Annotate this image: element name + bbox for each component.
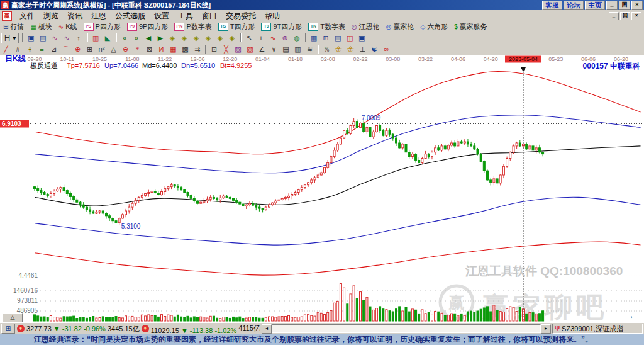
vertical-band-icon[interactable]: ▥	[292, 45, 303, 54]
menu-item-窗口[interactable]: 窗口	[197, 11, 221, 20]
cycle-circles-icon[interactable]: ◍	[292, 33, 303, 43]
forum-button[interactable]: 论坛	[564, 1, 584, 10]
calculator-icon[interactable]: ⊞	[321, 33, 331, 43]
gann-wheel-button[interactable]: ◎江恩轮	[348, 22, 383, 31]
wave-lines-icon[interactable]: ≋	[304, 45, 315, 54]
gann-box-icon[interactable]: ▨	[233, 45, 243, 54]
9p-square-button[interactable]: P99P四方形	[124, 22, 171, 31]
restore-button[interactable]: 回	[619, 1, 630, 10]
info-list-icon[interactable]: ▤	[38, 33, 48, 43]
winner-wheel-button[interactable]: ◎赢家轮	[383, 22, 418, 31]
t-square-tool-icon[interactable]: Ŧ	[25, 45, 35, 54]
time-grid-icon[interactable]: ▩	[180, 45, 191, 54]
horizontal-band-icon[interactable]: ▤	[280, 45, 291, 54]
gann-grid-icon[interactable]: ⊞	[84, 45, 95, 54]
horizontal-scrollbar[interactable]: ◂ ▸	[262, 324, 551, 333]
menu-item-交易委托[interactable]: 交易委托	[221, 11, 260, 20]
arrow-extend-icon[interactable]: ⇉	[192, 45, 203, 54]
shift-right-icon[interactable]: ◈	[179, 33, 190, 43]
shift-left-icon[interactable]: ◈	[167, 33, 178, 43]
menu-item-设置[interactable]: 设置	[150, 11, 174, 20]
shaded-gann-icon[interactable]: ▧	[245, 45, 255, 54]
shenzhen-index-quote[interactable]: 11029.15 ▼ -113.38 -1.02% 4115亿	[151, 324, 260, 334]
hexagon-button[interactable]: ◇六角形	[418, 22, 452, 31]
data-export-icon[interactable]: ▣	[357, 33, 367, 43]
shanghai-index-quote[interactable]: 3277.73 ▼ -31.82 -0.96% 3445.15亿	[26, 324, 140, 334]
scroll-left-icon[interactable]: ◂	[262, 324, 272, 334]
customer-service-button[interactable]: 客服	[542, 1, 562, 10]
zoom-in-icon[interactable]: ◈	[215, 33, 226, 43]
p-square-button[interactable]: PSP四方形	[80, 22, 124, 31]
compress-icon[interactable]: ◈	[203, 33, 214, 43]
shaded-box-icon[interactable]: ⊠	[144, 45, 155, 54]
menu-item-工具[interactable]: 工具	[174, 11, 197, 20]
p-table-button[interactable]: PNP数字表	[171, 22, 214, 31]
pointer-tool-icon[interactable]: ↖	[244, 33, 255, 43]
menu-item-浏览[interactable]: 浏览	[39, 11, 63, 20]
9t-square-button[interactable]: T99T四方形	[258, 22, 305, 31]
expand-icon[interactable]: ◈	[191, 33, 202, 43]
yinyang-icon[interactable]: ☯	[369, 45, 380, 54]
first-page-icon[interactable]: «	[119, 33, 130, 43]
menu-item-江恩[interactable]: 江恩	[87, 11, 111, 20]
horizontal-lines-icon[interactable]: ≡	[36, 45, 47, 54]
prev-bar-icon[interactable]: ◀	[143, 33, 154, 43]
child-close-button[interactable]: ×	[631, 12, 641, 20]
wave-count-icon[interactable]: И	[156, 45, 167, 54]
kline-button[interactable]: ∿K线	[55, 22, 80, 31]
chart-area[interactable]: 江恩工具软件 QQ:100800360赢赢家聊吧09-2010-1110-251…	[0, 55, 644, 322]
ellipse-tool-icon[interactable]: ⊖	[120, 45, 131, 54]
t-table-button[interactable]: TNT数字表	[305, 22, 348, 31]
sector-button[interactable]: ▦板块	[27, 22, 55, 31]
t-square-button[interactable]: TST四方形	[215, 22, 258, 31]
market-quotes-button[interactable]: ⊞行情	[0, 22, 27, 31]
v-line-icon[interactable]: ∨	[269, 45, 279, 54]
angle-wedge-icon[interactable]: ⊿	[48, 45, 59, 54]
infinity-icon[interactable]: ∞	[381, 45, 392, 54]
menu-item-帮助[interactable]: 帮助	[260, 11, 284, 20]
quote-grid-icon[interactable]: ⊞	[1, 324, 15, 334]
child-restore-button[interactable]: 回	[620, 12, 630, 20]
crosshair-tool-icon[interactable]: +	[256, 33, 267, 43]
price-grid-icon[interactable]: ▦	[168, 45, 179, 54]
golden-section-icon[interactable]: 金	[333, 45, 344, 54]
scroll-right-icon[interactable]: ▸	[541, 324, 551, 334]
homepage-button[interactable]: 主页	[585, 1, 605, 10]
period-selector[interactable]: 日 ▾	[1, 33, 19, 43]
scale-adjust-icon[interactable]: ↕	[74, 33, 84, 43]
percent-tool-icon[interactable]: ％	[321, 45, 332, 54]
wave-small-icon[interactable]: ∿	[50, 33, 60, 43]
n-square-icon[interactable]: n²	[96, 45, 107, 54]
child-minimize-button[interactable]: _	[609, 12, 619, 20]
kline-chart[interactable]: 江恩工具软件 QQ:100800360赢赢家聊吧09-2010-1110-251…	[0, 55, 644, 322]
menu-item-资讯[interactable]: 资讯	[63, 11, 87, 20]
arc-tool-icon[interactable]: ⌒	[60, 45, 71, 54]
wave-large-icon[interactable]: ∿	[62, 33, 72, 43]
triangle-tool-icon[interactable]: △	[108, 45, 119, 54]
close-button[interactable]: ×	[631, 1, 643, 10]
ray-fan-icon[interactable]: ╳	[221, 45, 231, 54]
trendline-tool-icon[interactable]: ∿	[268, 33, 279, 43]
notepad-icon[interactable]: ▤	[333, 33, 343, 43]
scrollbar-track[interactable]	[272, 324, 541, 333]
star-burst-icon[interactable]: ＊	[132, 45, 143, 54]
circle-cross-icon[interactable]: ⊕	[72, 45, 83, 54]
kline-style-icon[interactable]: ▥	[91, 33, 101, 43]
box-select-icon[interactable]: ⊡	[209, 45, 219, 54]
save-icon[interactable]: ◫	[345, 33, 355, 43]
menu-item-公式选股[interactable]: 公式选股	[111, 11, 150, 20]
pane-collapse-button[interactable]: △	[3, 313, 23, 323]
zoom-out-icon[interactable]: ◈	[227, 33, 238, 43]
menu-item-文件[interactable]: 文件	[15, 11, 39, 20]
grid-hatch-icon[interactable]: #	[13, 45, 23, 54]
current-symbol-panel[interactable]: Ψ SZ399001,深证成指	[552, 324, 643, 334]
next-bar-icon[interactable]: ▶	[155, 33, 166, 43]
gann-wheel-small-icon[interactable]: ⊕	[280, 33, 291, 43]
line-tool-icon[interactable]: ╱	[1, 45, 11, 54]
minimize-button[interactable]: _	[606, 1, 618, 10]
golden-box-icon[interactable]: 金	[345, 45, 356, 54]
perpendicular-icon[interactable]: ⊥	[357, 45, 368, 54]
calendar-icon[interactable]: ▦	[309, 33, 319, 43]
trend-flag-icon[interactable]: ◣	[103, 33, 113, 43]
winner-service-button[interactable]: $赢家服务	[451, 22, 491, 31]
